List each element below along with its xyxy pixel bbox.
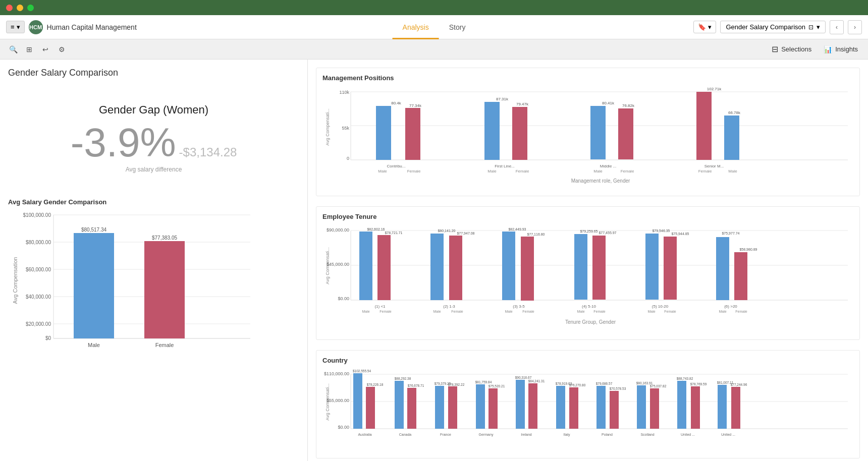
- tab-analysis[interactable]: Analysis: [393, 15, 439, 39]
- svg-rect-32: [405, 108, 420, 160]
- country-chart-title: Country: [322, 357, 853, 364]
- svg-rect-37: [484, 102, 500, 160]
- svg-rect-67: [359, 232, 372, 300]
- selections-grid-icon: ⊟: [772, 44, 778, 54]
- svg-text:Female: Female: [379, 310, 391, 313]
- svg-rect-158: [677, 381, 686, 429]
- svg-rect-133: [476, 384, 485, 429]
- svg-text:66.78k: 66.78k: [728, 110, 741, 115]
- svg-text:Management role, Gender: Management role, Gender: [571, 178, 630, 184]
- left-panel: Gender Salary Comparison Gender Gap (Wom…: [0, 60, 308, 461]
- svg-text:(5) 10-20: (5) 10-20: [652, 304, 669, 309]
- kpi-percent: -3.9%: [71, 123, 176, 163]
- svg-text:$81,759.84: $81,759.84: [475, 380, 492, 384]
- svg-text:$76,270.80: $76,270.80: [569, 383, 586, 387]
- selections-button[interactable]: ⊟ Selections: [768, 42, 816, 56]
- svg-text:80.4k: 80.4k: [391, 101, 402, 105]
- svg-text:Female: Female: [735, 310, 747, 313]
- country-chart: Country $110,000.00 $55,000.00 $0.00 Avg…: [316, 350, 860, 458]
- settings-button[interactable]: ⚙: [55, 42, 69, 56]
- tab-story-label: Story: [449, 23, 466, 31]
- insights-label: Insights: [835, 45, 858, 53]
- svg-text:$88,292.38: $88,292.38: [395, 377, 411, 380]
- svg-rect-148: [596, 386, 606, 429]
- svg-rect-130: [448, 386, 457, 429]
- next-sheet-button[interactable]: ›: [848, 20, 862, 34]
- svg-rect-165: [731, 387, 740, 429]
- menu-button[interactable]: ≡ ▾: [6, 21, 25, 33]
- app-title: Human Capital Management: [47, 23, 137, 31]
- svg-text:Female: Female: [593, 310, 605, 313]
- nav-bar: ≡ ▾ HCM Human Capital Management Analysi…: [0, 15, 868, 39]
- svg-text:$77,947.08: $77,947.08: [457, 232, 474, 235]
- svg-text:110k: 110k: [339, 90, 349, 95]
- svg-text:$75,944.85: $75,944.85: [671, 232, 689, 236]
- traffic-light-yellow[interactable]: [17, 5, 23, 11]
- svg-text:$20,000.00: $20,000.00: [26, 321, 51, 327]
- svg-text:$102,555.54: $102,555.54: [353, 369, 371, 373]
- kpi-section: Gender Gap (Women) -3.9% -$3,134.28 Avg …: [8, 88, 299, 193]
- search-button[interactable]: 🔍: [6, 42, 20, 56]
- svg-rect-118: [353, 373, 362, 429]
- undo-button[interactable]: ↩: [38, 42, 52, 56]
- svg-rect-15: [74, 233, 114, 338]
- tab-story[interactable]: Story: [439, 15, 476, 39]
- svg-text:Female: Female: [664, 310, 676, 313]
- sheet-selector[interactable]: Gender Salary Comparison ⊡ ▾: [720, 21, 826, 33]
- svg-rect-138: [516, 380, 525, 429]
- svg-text:Male: Male: [593, 169, 603, 174]
- svg-text:(2) 1-3: (2) 1-3: [443, 304, 455, 309]
- svg-rect-104: [734, 252, 747, 300]
- svg-rect-83: [521, 237, 534, 301]
- svg-text:$70,578.53: $70,578.53: [610, 387, 626, 390]
- svg-rect-95: [645, 234, 659, 300]
- gear-icon: ⚙: [59, 45, 65, 53]
- svg-text:$0.00: $0.00: [338, 296, 349, 301]
- svg-text:Male: Male: [487, 169, 497, 174]
- avg-salary-chart-title: Avg Salary Gender Comparison: [8, 198, 299, 206]
- menu-icon: ≡: [11, 23, 15, 31]
- svg-text:Poland: Poland: [602, 433, 613, 436]
- svg-text:United ...: United ...: [681, 433, 695, 436]
- svg-text:79.47k: 79.47k: [516, 102, 529, 106]
- svg-rect-120: [366, 387, 375, 429]
- svg-text:Male: Male: [647, 310, 655, 313]
- avg-salary-chart-svg: $100,000.00 $80,000.00 $60,000.00 $40,00…: [8, 210, 260, 356]
- svg-text:$60,000.00: $60,000.00: [26, 267, 51, 272]
- svg-text:Canada: Canada: [399, 433, 412, 436]
- sheet-selector-label: Gender Salary Comparison: [726, 23, 805, 31]
- svg-text:$100,000.00: $100,000.00: [23, 212, 51, 218]
- svg-rect-128: [435, 386, 444, 429]
- svg-rect-81: [502, 232, 515, 300]
- prev-sheet-button[interactable]: ‹: [830, 20, 844, 34]
- insights-button[interactable]: 📊 Insights: [820, 43, 862, 55]
- svg-text:$0: $0: [45, 335, 51, 341]
- svg-text:$80,517.34: $80,517.34: [81, 227, 106, 233]
- sheet-selector-arrow: ▾: [817, 23, 820, 31]
- svg-text:Contribu...: Contribu...: [387, 164, 406, 168]
- svg-text:$82,449.93: $82,449.93: [508, 227, 526, 231]
- svg-text:$78,392.22: $78,392.22: [448, 383, 465, 386]
- svg-rect-163: [718, 385, 727, 429]
- svg-rect-51: [696, 92, 712, 160]
- bookmark-button[interactable]: 🔖 ▾: [693, 21, 716, 33]
- svg-text:Germany: Germany: [479, 433, 494, 437]
- right-panel: Management Positions 110k 55k 0 Avg Comp…: [308, 60, 868, 461]
- svg-text:76.82k: 76.82k: [622, 103, 635, 108]
- grid-button[interactable]: ⊞: [22, 42, 36, 56]
- svg-text:Australia: Australia: [358, 433, 371, 436]
- svg-text:$90,000.00: $90,000.00: [327, 227, 349, 233]
- svg-text:$79,546.35: $79,546.35: [652, 229, 670, 233]
- svg-rect-46: [618, 108, 633, 159]
- svg-text:Male: Male: [577, 310, 584, 313]
- svg-text:$78,226.18: $78,226.18: [367, 383, 384, 386]
- traffic-light-red[interactable]: [6, 5, 13, 11]
- svg-text:87.31k: 87.31k: [496, 97, 509, 101]
- svg-text:$84,241.31: $84,241.31: [528, 379, 545, 383]
- management-positions-chart: Management Positions 110k 55k 0 Avg Comp…: [316, 68, 860, 196]
- svg-text:Female: Female: [516, 169, 529, 174]
- svg-text:$82,602.16: $82,602.16: [367, 227, 385, 231]
- traffic-light-green[interactable]: [27, 5, 34, 11]
- svg-rect-145: [569, 387, 578, 429]
- svg-text:United ...: United ...: [721, 433, 735, 436]
